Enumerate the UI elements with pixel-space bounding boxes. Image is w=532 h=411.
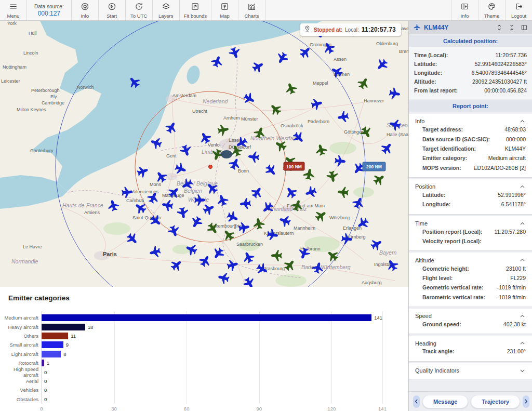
aircraft-marker[interactable] xyxy=(351,195,366,210)
charts-button[interactable]: Charts xyxy=(238,0,265,20)
section-header-heading[interactable]: Heading xyxy=(415,340,526,347)
aircraft-marker[interactable] xyxy=(197,254,212,269)
close-panel-button[interactable] xyxy=(520,23,529,32)
selected-aircraft-marker[interactable] xyxy=(221,150,232,158)
aircraft-marker[interactable] xyxy=(250,59,265,74)
aircraft-marker[interactable] xyxy=(284,82,298,96)
aircraft-marker[interactable] xyxy=(371,172,387,187)
section-header-info[interactable]: Info xyxy=(415,118,526,125)
detail-label: Geometric vertical rate: xyxy=(422,284,483,290)
previous-target-button[interactable] xyxy=(413,395,420,408)
message-button[interactable]: Message xyxy=(422,395,468,408)
aircraft-marker[interactable] xyxy=(164,120,179,135)
aircraft-marker[interactable] xyxy=(263,163,279,178)
aircraft-marker[interactable] xyxy=(121,187,133,198)
aircraft-marker[interactable] xyxy=(242,275,257,287)
trajectory-button[interactable]: Trajectory xyxy=(471,395,520,408)
info-button[interactable]: Info xyxy=(72,0,99,20)
aircraft-marker[interactable] xyxy=(356,76,371,91)
aircraft-marker[interactable] xyxy=(210,55,224,69)
fit-bounds-button[interactable]: Fit bounds xyxy=(180,0,211,20)
aircraft-marker[interactable] xyxy=(221,227,236,243)
aircraft-marker[interactable] xyxy=(211,246,226,261)
map-view[interactable]: YorkHullLincolnNottinghamLeicesterPeterb… xyxy=(0,21,408,287)
aircraft-marker[interactable] xyxy=(217,124,230,137)
map-button[interactable]: Map xyxy=(211,0,238,20)
detail-value: 00:00:00.456.824 xyxy=(484,87,527,94)
detail-row: Track angle:231.00° xyxy=(415,347,526,356)
aircraft-marker[interactable] xyxy=(313,208,328,223)
aircraft-marker[interactable] xyxy=(217,271,231,285)
chart-bar[interactable] xyxy=(42,333,68,339)
expand-all-button[interactable] xyxy=(495,23,504,32)
chart-bar[interactable] xyxy=(42,351,61,357)
map-place-label: Meppel xyxy=(313,81,328,86)
chart-bar[interactable] xyxy=(42,314,371,321)
chevron-up-icon xyxy=(519,183,526,190)
aircraft-marker[interactable] xyxy=(202,202,216,216)
aircraft-marker[interactable] xyxy=(161,199,174,212)
aircraft-marker[interactable] xyxy=(275,50,290,65)
aircraft-marker[interactable] xyxy=(242,91,257,106)
section-header-quality-indicators[interactable]: Quality Indicators xyxy=(415,367,526,374)
aircraft-marker[interactable] xyxy=(149,245,162,259)
detail-row: Ground speed:402.38 kt xyxy=(415,320,526,329)
section-header-altitude[interactable]: Altitude xyxy=(415,257,526,263)
aircraft-marker[interactable] xyxy=(271,250,282,261)
chart-bar[interactable] xyxy=(42,324,85,330)
aircraft-marker[interactable] xyxy=(389,87,401,100)
chart-bar[interactable] xyxy=(42,341,63,348)
section-header-position[interactable]: Position xyxy=(415,183,526,190)
detail-value: 48:68:03 xyxy=(504,126,526,132)
aircraft-marker[interactable] xyxy=(379,140,395,156)
aircraft-marker[interactable] xyxy=(337,111,349,124)
aircraft-marker[interactable] xyxy=(248,151,260,163)
aircraft-marker[interactable] xyxy=(241,250,256,264)
logout-button[interactable]: Logout xyxy=(505,0,532,20)
aircraft-marker[interactable] xyxy=(249,185,264,200)
aircraft-marker[interactable] xyxy=(226,258,240,272)
aircraft-marker[interactable] xyxy=(179,143,193,157)
aircraft-marker[interactable] xyxy=(268,101,283,117)
aircraft-marker[interactable] xyxy=(334,155,346,167)
section-card-speed: SpeedGround speed:402.38 kt xyxy=(409,309,532,334)
map-place-label: Paderborn xyxy=(308,119,329,124)
aircraft-marker[interactable] xyxy=(337,187,349,198)
to-utc-button[interactable]: To UTC xyxy=(126,0,153,20)
aircraft-marker[interactable] xyxy=(278,214,292,228)
chart-bar[interactable] xyxy=(42,360,44,366)
section-card-altitude: AltitudeGeometric height:23100 ftFlight … xyxy=(409,253,532,307)
aircraft-marker[interactable] xyxy=(374,57,390,73)
map-place-label: Nottingham xyxy=(3,64,26,70)
aircraft-marker[interactable] xyxy=(189,215,204,230)
aircraft-marker[interactable] xyxy=(225,210,240,224)
layers-button[interactable]: Layers xyxy=(153,0,180,20)
theme-button[interactable]: Theme xyxy=(478,0,505,20)
detail-value: 52.991996° xyxy=(498,192,526,198)
aircraft-marker[interactable] xyxy=(125,231,140,247)
collapse-all-button[interactable] xyxy=(507,23,516,32)
aircraft-marker[interactable] xyxy=(216,193,230,207)
aircraft-marker[interactable] xyxy=(107,199,120,213)
ring-center-marker xyxy=(209,165,212,169)
start-button[interactable]: Start xyxy=(99,0,126,20)
aircraft-marker[interactable] xyxy=(240,197,251,209)
menu-button[interactable]: Menu xyxy=(0,0,27,20)
section-header-speed[interactable]: Speed xyxy=(415,313,526,320)
chart-row: Rotocraft1 xyxy=(42,359,382,367)
chart-row: Aerial0 xyxy=(42,377,382,386)
aircraft-marker[interactable] xyxy=(177,207,190,219)
aircraft-marker[interactable] xyxy=(169,257,184,273)
map-place-label: Amiens xyxy=(84,210,100,215)
aircraft-marker[interactable] xyxy=(228,46,242,60)
aircraft-marker[interactable] xyxy=(136,165,150,179)
aircraft-marker[interactable] xyxy=(326,170,339,183)
section-header-time[interactable]: Time xyxy=(415,220,526,227)
aircraft-marker[interactable] xyxy=(284,185,299,200)
aircraft-marker[interactable] xyxy=(314,143,328,157)
aircraft-marker[interactable] xyxy=(167,224,181,238)
next-target-button[interactable] xyxy=(523,395,529,408)
panel-info-button[interactable]: Info xyxy=(451,0,478,20)
detail-label: Target identification: xyxy=(422,145,476,152)
section-title: Speed xyxy=(415,313,432,319)
